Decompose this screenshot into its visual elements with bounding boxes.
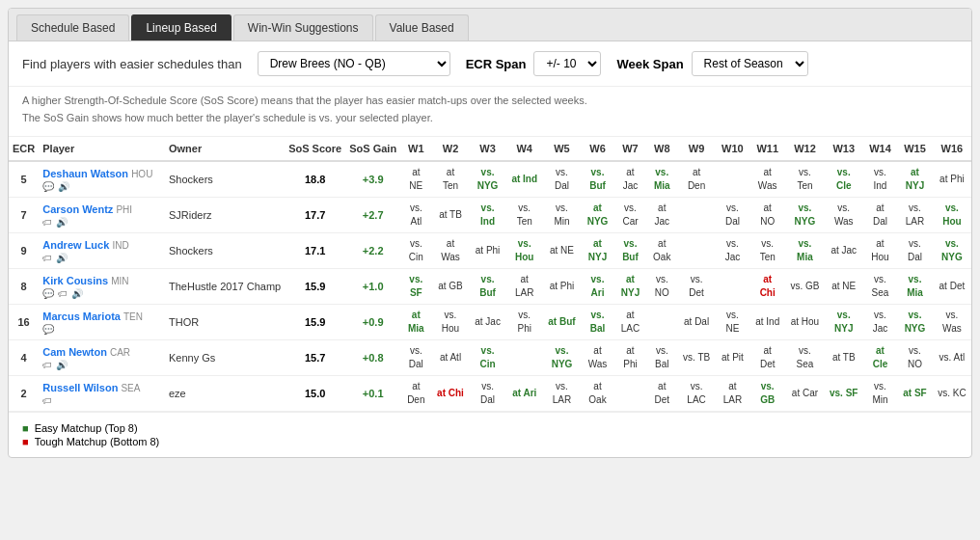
badge-icon: 🏷 bbox=[42, 217, 52, 228]
legend-tough-indicator: ■ bbox=[22, 436, 29, 447]
sos-score-cell: 15.0 bbox=[285, 376, 345, 412]
owner-cell: Shockers bbox=[165, 233, 285, 269]
info-line1: A higher Strength-Of-Schedule Score (SoS… bbox=[22, 93, 958, 110]
legend-easy-label: Easy Matchup (Top 8) bbox=[35, 422, 138, 434]
player-name[interactable]: Russell Wilson bbox=[42, 382, 118, 393]
week-cell-w14: atDal bbox=[863, 198, 897, 233]
sos-score-cell: 15.7 bbox=[285, 340, 345, 376]
week-cell-w10: atLAR bbox=[716, 376, 750, 412]
owner-cell: eze bbox=[165, 376, 285, 412]
week-cell-w15: at SF bbox=[897, 376, 933, 412]
player-cell: Andrew Luck IND 🏷🔊 bbox=[39, 233, 165, 269]
week-cell-w10: at Pit bbox=[716, 340, 750, 376]
week-cell-w12: at Car bbox=[785, 376, 824, 412]
player-name[interactable]: Andrew Luck bbox=[42, 239, 109, 251]
badge-icon: 🏷 bbox=[42, 253, 52, 263]
owner-name: Shockers bbox=[169, 245, 213, 256]
col-header-w15: W15 bbox=[897, 137, 933, 161]
owner-name: Shockers bbox=[169, 174, 213, 185]
week-cell-w2: at TB bbox=[432, 198, 470, 233]
col-header-ecr: ECR bbox=[9, 137, 39, 161]
week-cell-w15: vs.NO bbox=[897, 340, 933, 376]
week-cell-w1: vs.SF bbox=[400, 269, 431, 305]
player-name[interactable]: Carson Wentz bbox=[42, 203, 113, 215]
week-cell-w12: vs.Mia bbox=[785, 233, 824, 269]
week-cell-w5: at Buf bbox=[543, 305, 581, 340]
owner-cell: THOR bbox=[165, 305, 285, 340]
col-header-w5: W5 bbox=[543, 137, 581, 161]
week-cell-w13: vs.Cle bbox=[825, 161, 863, 198]
legend-easy-indicator: ■ bbox=[22, 422, 29, 434]
week-cell-w15: vs.Dal bbox=[897, 233, 933, 269]
week-cell-w1: vs.Cin bbox=[400, 233, 431, 269]
table-row: 4 Cam Newton CAR 🏷🔊 Kenny Gs 15.7 +0.8 v… bbox=[9, 340, 971, 376]
week-cell-w16: vs.Hou bbox=[933, 198, 971, 233]
week-cell-w8 bbox=[646, 305, 677, 340]
week-cell-w13: at TB bbox=[825, 340, 863, 376]
col-header-w1: W1 bbox=[400, 137, 431, 161]
table-row: 7 Carson Wentz PHI 🏷🔊 SJRiderz 17.7 +2.7… bbox=[9, 198, 971, 233]
week-cell-w15: vs.LAR bbox=[897, 198, 933, 233]
owner-name: THOR bbox=[169, 316, 199, 328]
info-text: A higher Strength-Of-Schedule Score (SoS… bbox=[9, 87, 971, 137]
col-header-w7: W7 bbox=[614, 137, 646, 161]
week-cell-w16: vs. KC bbox=[933, 376, 971, 412]
week-cell-w1: atNE bbox=[400, 161, 431, 198]
week-cell-w3: vs.Cin bbox=[469, 340, 505, 376]
week-cell-w16: vs.Was bbox=[933, 305, 971, 340]
tab-value[interactable]: Value Based bbox=[375, 14, 469, 40]
week-cell-w11: atDet bbox=[749, 340, 785, 376]
sos-gain-cell: +0.8 bbox=[345, 340, 400, 376]
ecr-span-select[interactable]: +/- 10 bbox=[533, 51, 601, 76]
legend-tough: ■ Tough Matchup (Bottom 8) bbox=[22, 436, 958, 447]
team-abbr: IND bbox=[112, 240, 128, 251]
col-header-w4: W4 bbox=[506, 137, 543, 161]
info-line2: The SoS Gain shows how much better the p… bbox=[22, 110, 958, 127]
week-cell-w4: vs.Hou bbox=[506, 233, 543, 269]
week-cell-w8: atJac bbox=[646, 198, 677, 233]
chat-icon: 💬 bbox=[42, 324, 54, 335]
sound-icon: 🔊 bbox=[58, 181, 69, 192]
week-cell-w15: vs.NYG bbox=[897, 305, 933, 340]
week-cell-w6: atOak bbox=[581, 376, 614, 412]
week-span-select[interactable]: Rest of Season bbox=[692, 51, 808, 76]
tab-schedule[interactable]: Schedule Based bbox=[16, 14, 129, 40]
sound-icon: 🔊 bbox=[56, 217, 68, 228]
tab-bar: Schedule Based Lineup Based Win-Win Sugg… bbox=[9, 9, 971, 41]
team-abbr: CAR bbox=[110, 347, 130, 358]
sos-score-cell: 17.7 bbox=[285, 198, 345, 233]
week-cell-w2: atTen bbox=[432, 161, 470, 198]
col-header-w14: W14 bbox=[863, 137, 897, 161]
week-cell-w2: atWas bbox=[432, 233, 470, 269]
week-cell-w8: vs.Bal bbox=[646, 340, 677, 376]
tab-winwin[interactable]: Win-Win Suggestions bbox=[233, 14, 373, 40]
sos-score-cell: 17.1 bbox=[285, 233, 345, 269]
player-name[interactable]: Cam Newton bbox=[42, 346, 107, 358]
week-cell-w8: vs.NO bbox=[646, 269, 677, 305]
owner-cell: TheHustle 2017 Champ bbox=[165, 269, 285, 305]
player-name[interactable]: Marcus Mariota bbox=[42, 310, 121, 322]
table-row: 2 Russell Wilson SEA 🏷 eze 15.0 +0.1 atD… bbox=[9, 376, 971, 412]
table-row: 16 Marcus Mariota TEN 💬 THOR 15.9 +0.9 a… bbox=[9, 305, 971, 340]
tab-lineup[interactable]: Lineup Based bbox=[131, 14, 231, 40]
legend-easy: ■ Easy Matchup (Top 8) bbox=[22, 422, 958, 434]
week-cell-w7: vs.Buf bbox=[614, 233, 646, 269]
player-name[interactable]: Kirk Cousins bbox=[42, 275, 108, 286]
col-header-player: Player bbox=[39, 137, 165, 161]
player-name[interactable]: Deshaun Watson bbox=[42, 168, 128, 179]
week-cell-w14: atCle bbox=[863, 340, 897, 376]
week-cell-w11: vs.GB bbox=[749, 376, 785, 412]
week-cell-w9: vs.LAC bbox=[677, 376, 715, 412]
week-cell-w7: atPhi bbox=[614, 340, 646, 376]
player-select[interactable]: Drew Brees (NO - QB) bbox=[258, 51, 450, 76]
team-abbr: SEA bbox=[121, 383, 140, 393]
week-cell-w6: vs.Bal bbox=[581, 305, 614, 340]
sos-score-cell: 18.8 bbox=[285, 161, 345, 198]
week-span-group: Week Span Rest of Season bbox=[616, 51, 807, 76]
week-cell-w6: atNYG bbox=[581, 198, 614, 233]
week-cell-w12: vs.NYG bbox=[785, 198, 824, 233]
week-cell-w6: atNYJ bbox=[581, 233, 614, 269]
week-cell-w10: vs.NE bbox=[716, 305, 750, 340]
week-cell-w5: at Phi bbox=[543, 269, 581, 305]
week-cell-w7: atJac bbox=[614, 161, 646, 198]
